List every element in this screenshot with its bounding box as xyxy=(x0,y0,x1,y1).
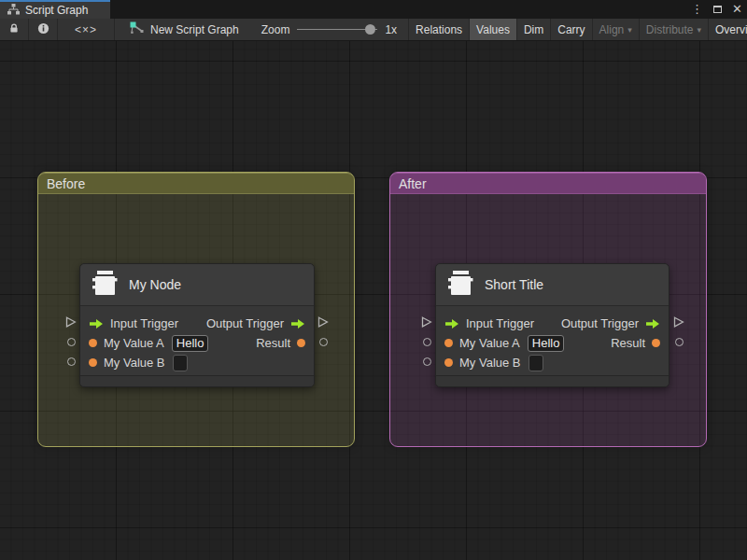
port-label: Input Trigger xyxy=(110,316,178,330)
trigger-output-icon[interactable] xyxy=(290,318,305,329)
group-title: After xyxy=(399,176,427,191)
trigger-output-icon[interactable] xyxy=(645,318,660,329)
overview-button[interactable]: Overview xyxy=(709,19,747,40)
group-before-header[interactable]: Before xyxy=(38,173,354,194)
port-label: Input Trigger xyxy=(466,316,534,330)
script-graph-icon xyxy=(130,21,144,37)
value-input-icon[interactable] xyxy=(444,339,453,347)
port-row: My Value B xyxy=(436,353,669,372)
port-row: My Value A Hello Result xyxy=(436,333,669,353)
window-menu-icon[interactable]: ⋮ xyxy=(691,0,703,19)
ext-output-trigger-port[interactable] xyxy=(673,316,684,328)
tab-bar: Script Graph ⋮ ✕ xyxy=(0,0,747,19)
port-label: My Value B xyxy=(459,356,521,370)
port-label: Result xyxy=(611,336,645,350)
value-input-icon[interactable] xyxy=(444,358,453,367)
carry-toggle[interactable]: Carry xyxy=(551,19,592,40)
graph-name-label: New Script Graph xyxy=(150,23,239,36)
port-row: My Value A Hello Result xyxy=(80,333,314,353)
node-title: My Node xyxy=(129,277,181,292)
node-header[interactable]: Short Title xyxy=(436,264,669,306)
value-a-input[interactable]: Hello xyxy=(528,335,565,352)
value-output-icon[interactable] xyxy=(297,339,305,347)
port-label: My Value A xyxy=(459,336,520,350)
port-row: Input Trigger Output Trigger xyxy=(80,314,314,333)
value-b-input[interactable] xyxy=(529,355,543,371)
port-label: My Value B xyxy=(104,356,165,370)
port-label: Output Trigger xyxy=(206,316,284,330)
unit-node-icon xyxy=(446,270,474,300)
ext-value-b-port[interactable] xyxy=(67,357,76,366)
toolbar-toggles: Relations Values Dim Carry Align ▾ Distr… xyxy=(408,19,747,40)
node-footer xyxy=(80,375,314,386)
ext-value-a-port[interactable] xyxy=(67,338,76,346)
group-after-header[interactable]: After xyxy=(390,173,706,194)
ext-input-trigger-port[interactable] xyxy=(65,316,77,328)
dim-toggle[interactable]: Dim xyxy=(517,19,551,40)
relations-toggle[interactable]: Relations xyxy=(409,19,470,40)
maximize-icon[interactable] xyxy=(713,6,722,13)
lock-icon xyxy=(8,22,20,36)
align-dropdown[interactable]: Align ▾ xyxy=(593,19,640,40)
zoom-slider[interactable] xyxy=(297,19,377,40)
ext-value-a-port[interactable] xyxy=(423,338,431,346)
values-toggle[interactable]: Values xyxy=(470,19,517,40)
trigger-input-icon[interactable] xyxy=(444,318,459,329)
trigger-input-icon[interactable] xyxy=(89,318,104,329)
port-label: Output Trigger xyxy=(561,316,639,330)
close-icon[interactable]: ✕ xyxy=(732,0,742,19)
zoom-label: Zoom xyxy=(261,23,290,36)
node-my-node[interactable]: My Node Input Trigger Output Trigger xyxy=(79,263,315,387)
value-b-input[interactable] xyxy=(173,355,188,371)
tab-script-graph[interactable]: Script Graph xyxy=(0,0,110,19)
ext-result-port[interactable] xyxy=(675,338,684,346)
info-icon xyxy=(37,22,49,37)
ext-input-trigger-port[interactable] xyxy=(421,316,432,328)
port-row: My Value B xyxy=(80,353,314,372)
value-input-icon[interactable] xyxy=(89,358,97,367)
node-header[interactable]: My Node xyxy=(80,264,314,306)
distribute-dropdown[interactable]: Distribute ▾ xyxy=(640,19,709,40)
graph-title-section[interactable]: New Script Graph xyxy=(120,19,248,40)
zoom-control: Zoom 1x xyxy=(261,19,408,40)
ext-value-b-port[interactable] xyxy=(423,357,431,366)
info-button[interactable] xyxy=(29,19,58,40)
port-label: My Value A xyxy=(104,336,164,350)
graph-canvas[interactable]: Before After xyxy=(0,41,747,560)
ext-output-trigger-port[interactable] xyxy=(317,316,329,328)
lock-button[interactable] xyxy=(0,19,29,40)
zoom-slider-handle[interactable] xyxy=(365,24,375,35)
graph-toolbar: <×> New Script Graph Zoom 1x Relations V… xyxy=(0,19,747,41)
node-ports: Input Trigger Output Trigger My Value A … xyxy=(80,306,314,372)
node-ports: Input Trigger Output Trigger My Value A … xyxy=(436,306,669,372)
window-controls: ⋮ ✕ xyxy=(691,0,742,19)
chevron-down-icon: ▾ xyxy=(698,25,702,35)
port-label: Result xyxy=(256,336,290,350)
unit-node-icon xyxy=(91,270,119,300)
code-preview-label: <×> xyxy=(75,23,97,36)
port-row: Input Trigger Output Trigger xyxy=(436,314,669,333)
ext-result-port[interactable] xyxy=(319,338,328,346)
value-a-input[interactable]: Hello xyxy=(172,335,209,352)
value-input-icon[interactable] xyxy=(89,339,97,347)
node-short-title[interactable]: Short Title Input Trigger Output Trigger xyxy=(435,263,669,387)
node-footer xyxy=(436,375,669,386)
zoom-level: 1x xyxy=(385,23,397,36)
node-title: Short Title xyxy=(485,277,543,292)
group-title: Before xyxy=(47,176,85,191)
unity-visual-scripting-window: Script Graph ⋮ ✕ <×> New Script Graph xyxy=(0,0,747,560)
chevron-down-icon: ▾ xyxy=(627,25,632,35)
graph-hierarchy-icon xyxy=(7,4,20,18)
tab-title: Script Graph xyxy=(25,4,88,17)
value-output-icon[interactable] xyxy=(652,339,660,347)
code-preview-button[interactable]: <×> xyxy=(58,19,115,40)
